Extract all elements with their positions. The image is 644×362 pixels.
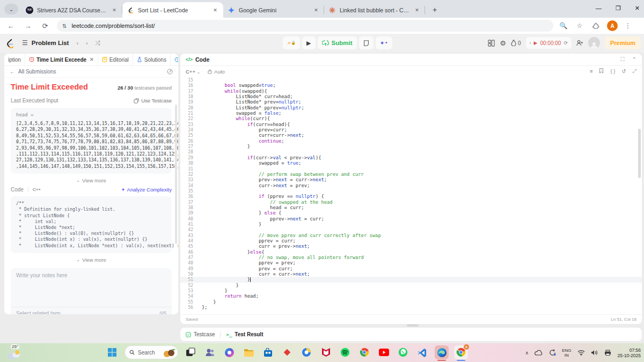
left-panel-scrollbar[interactable] (175, 105, 177, 244)
user-avatar[interactable] (588, 37, 600, 49)
code-line-18[interactable]: 18 ListNode* curr=head; (180, 94, 642, 99)
taskbar-app-task-view[interactable] (184, 345, 197, 359)
code-line-24[interactable]: 24 prev=curr; (180, 127, 642, 132)
taskbar-search[interactable]: Search (125, 345, 178, 359)
code-line-16[interactable]: 16 bool swapped=true; (180, 83, 642, 88)
panel-tab-time-limit-exceede[interactable]: Time Limit Exceede✕ (25, 54, 98, 65)
bookmark-star-icon[interactable]: ☆ (574, 20, 586, 32)
code-line-41[interactable]: 41 } (180, 221, 642, 227)
back-button[interactable]: ← (4, 19, 17, 32)
streak-flame-icon[interactable]: 0 (511, 40, 521, 46)
taskbar-app-chrome[interactable] (357, 345, 371, 359)
all-submissions-link[interactable]: All Submissions (18, 69, 56, 75)
timer-play-icon[interactable]: ▶ (534, 40, 538, 46)
code-line-33[interactable]: 33 prev->next = curr->next; (180, 177, 642, 182)
panel-tab-editorial[interactable]: Editorial (98, 54, 133, 65)
timer-reset-icon[interactable]: ⟳ (564, 40, 568, 46)
code-line-26[interactable]: 26 continue; (180, 138, 642, 144)
code-line-44[interactable]: 44 pprev = curr; (180, 238, 642, 243)
panel-tab-solutions[interactable]: Solutions (133, 54, 171, 65)
volume-icon[interactable] (591, 350, 598, 356)
taskbar-app-youtube[interactable] (377, 345, 391, 359)
weather-widget[interactable]: 25° (3, 344, 36, 361)
code-line-39[interactable]: 39 } else { (180, 210, 642, 216)
editor-scrollbar[interactable] (638, 129, 641, 178)
next-problem-icon[interactable]: › (86, 40, 88, 46)
tab-close-icon[interactable]: ✕ (111, 6, 118, 14)
code-line-21[interactable]: 21 swapped = false; (180, 110, 642, 116)
taskbar-app-spotify[interactable] (338, 345, 352, 359)
zoom-lens-icon[interactable]: 🔍 (558, 20, 569, 32)
browser-tab[interactable]: TUFStrivers A2Z DSA Course/Sheet✕ (21, 2, 122, 18)
reload-button[interactable]: ⟳ (39, 19, 52, 32)
panel-drag-handle[interactable] (407, 324, 419, 327)
code-line-49[interactable]: 49 prev = curr; (180, 266, 642, 271)
format-code-icon[interactable]: ≡ (590, 68, 593, 75)
leetcode-logo[interactable] (5, 38, 14, 48)
ai-sparkles-icon[interactable]: ✦✦ (376, 36, 392, 49)
code-line-22[interactable]: 22 while(curr){ (180, 116, 642, 121)
code-line-52[interactable]: 52 } (180, 283, 642, 288)
browser-profile-avatar[interactable]: A (607, 20, 618, 31)
tab-close-icon[interactable]: ✕ (211, 6, 219, 14)
language-selector[interactable]: C++ ⌄ (186, 69, 200, 75)
code-line-55[interactable]: 55 } (180, 299, 642, 305)
code-line-17[interactable]: 17 while(swapped){ (180, 88, 642, 94)
tab-close-icon[interactable]: ✕ (312, 6, 320, 14)
clock-widget[interactable]: 07:56 25-10-2025 (618, 348, 641, 358)
taskbar-app-microsoft-store[interactable] (261, 345, 275, 359)
code-line-48[interactable]: 48 pprev = prev; (180, 260, 642, 265)
submit-button[interactable]: Submit (318, 36, 357, 49)
code-line-53[interactable]: 53 } (180, 288, 642, 293)
related-tags-select[interactable]: Select related tags 0/5 (11, 307, 172, 314)
wifi-icon[interactable] (577, 350, 585, 356)
layout-icon[interactable] (488, 40, 495, 47)
tab-testcase[interactable]: Testcase (186, 331, 215, 337)
reset-code-icon[interactable]: { } (610, 68, 615, 75)
use-testcase-button[interactable]: Use Testcase (134, 98, 172, 104)
site-settings-icon[interactable]: ⇅ (62, 23, 67, 29)
code-line-45[interactable]: 45 curr = prev->next; (180, 243, 642, 249)
browser-tab[interactable]: Google Gemini✕ (223, 2, 324, 18)
code-line-20[interactable]: 20 ListNode* pprev=nullptr; (180, 105, 642, 110)
code-line-37[interactable]: 37 // swapped at the head (180, 200, 642, 205)
auto-format-toggle[interactable]: Auto (208, 69, 225, 75)
undo-icon[interactable]: ↺ (621, 68, 626, 75)
problem-list-label[interactable]: Problem List (32, 40, 69, 46)
taskbar-app-copilot[interactable] (222, 345, 236, 359)
taskbar-app-mcafee[interactable] (319, 345, 333, 359)
code-line-46[interactable]: 46 }else{ (180, 249, 642, 255)
taskbar-app-file-explorer[interactable] (241, 345, 255, 359)
code-line-25[interactable]: 25 curr=curr->next; (180, 132, 642, 138)
code-line-42[interactable]: 42 (180, 227, 642, 232)
taskbar-app-red-diamond-app[interactable] (280, 345, 294, 359)
code-line-50[interactable]: 50 curr = curr->next; (180, 271, 642, 277)
code-line-36[interactable]: 36 if (pprev == nullptr) { (180, 194, 642, 199)
code-line-27[interactable]: 27 } (180, 144, 642, 149)
problem-list-icon[interactable]: ☰ (22, 39, 28, 47)
timer-widget[interactable]: ‹ ▶ 00:00:00 ⟳ (526, 37, 572, 49)
bookmark-icon[interactable] (599, 68, 604, 75)
tray-chevron-icon[interactable]: ∧ (525, 350, 529, 356)
maximize-button[interactable]: ❐ (616, 5, 621, 12)
code-line-29[interactable]: 29 if(curr->val < prev->val){ (180, 155, 642, 160)
code-line-51[interactable]: 51 } (180, 277, 642, 282)
collapse-panel-icon[interactable]: ⌃ (632, 56, 636, 63)
code-line-47[interactable]: 47 // no swap, move all pointers forward (180, 255, 642, 260)
expand-editor-icon[interactable]: ⤢ (632, 68, 636, 75)
browser-menu-icon[interactable]: ⋮ (622, 20, 634, 32)
sync-icon[interactable] (549, 349, 556, 356)
code-line-31[interactable]: 31 (180, 166, 642, 172)
extensions-icon[interactable] (590, 20, 602, 32)
taskbar-app-whatsapp[interactable] (396, 345, 410, 359)
tab-close-icon[interactable]: ✕ (413, 6, 421, 14)
panel-tab-submissio[interactable]: Submissio (171, 54, 178, 65)
settings-gear-icon[interactable]: ⚙ (500, 39, 506, 47)
code-line-38[interactable]: 38 head = curr; (180, 205, 642, 210)
browser-tab[interactable]: Linked list bubble sort - Claude✕ (324, 2, 425, 18)
back-arrow-icon[interactable]: ← (10, 69, 15, 75)
taskbar-app-chrome-profile[interactable]: A (454, 345, 468, 359)
code-line-56[interactable]: 56}; (180, 305, 642, 310)
new-tab-button[interactable]: + (428, 3, 441, 16)
code-line-54[interactable]: 54 return head; (180, 293, 642, 299)
